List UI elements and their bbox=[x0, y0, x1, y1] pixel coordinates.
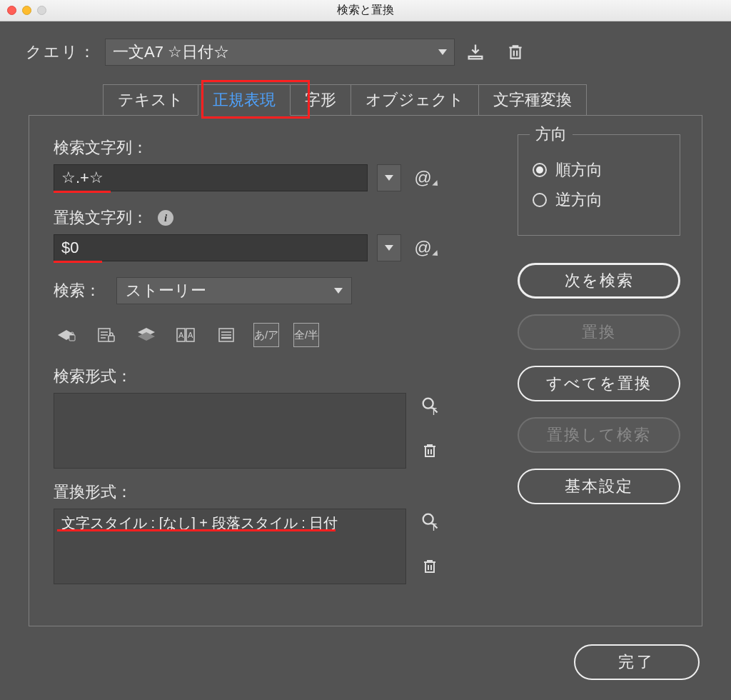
query-label: クエリ： bbox=[26, 41, 96, 63]
replace-label: 置換文字列： bbox=[54, 207, 148, 229]
svg-rect-5 bbox=[109, 336, 114, 341]
chevron-down-icon bbox=[334, 288, 343, 294]
done-button[interactable]: 完了 bbox=[574, 644, 700, 680]
replace-all-button[interactable]: すべてを置換 bbox=[518, 366, 680, 401]
scope-label: 検索： bbox=[54, 280, 101, 301]
action-buttons: 次を検索 置換 すべてを置換 置換して検索 基本設定 bbox=[518, 263, 680, 504]
annotation-underline bbox=[54, 261, 102, 263]
specify-find-format-button[interactable]: T bbox=[418, 393, 442, 417]
svg-text:A: A bbox=[188, 331, 193, 339]
title-bar: 検索と置換 bbox=[0, 0, 731, 21]
chevron-down-icon bbox=[385, 245, 393, 251]
left-column: 検索文字列： @ 置換文字列： i bbox=[54, 137, 475, 597]
save-query-button[interactable] bbox=[463, 40, 488, 64]
find-field-block: 検索文字列： @ bbox=[54, 137, 475, 191]
direction-forward-label: 順方向 bbox=[555, 159, 603, 181]
find-next-button[interactable]: 次を検索 bbox=[518, 263, 680, 299]
replace-format-block: 置換形式： 文字スタイル : [なし] + 段落スタイル : 日付 T bbox=[54, 481, 475, 584]
find-input[interactable] bbox=[54, 164, 368, 191]
basic-settings-button[interactable]: 基本設定 bbox=[518, 469, 680, 504]
chevron-down-icon bbox=[385, 175, 393, 181]
replace-input[interactable] bbox=[54, 234, 368, 261]
find-replace-panel: 検索文字列： @ 置換文字列： i bbox=[29, 115, 702, 626]
info-icon[interactable]: i bbox=[158, 210, 173, 226]
find-special-chars-button[interactable]: @ bbox=[411, 168, 434, 188]
clear-find-format-button[interactable] bbox=[418, 439, 442, 463]
replace-format-value: 文字スタイル : [なし] + 段落スタイル : 日付 bbox=[61, 515, 338, 531]
query-row: クエリ： 一文A7 ☆日付☆ bbox=[26, 39, 705, 66]
hidden-layers-icon[interactable] bbox=[133, 323, 159, 347]
window-title: 検索と置換 bbox=[0, 3, 731, 18]
direction-backward-label: 逆方向 bbox=[555, 189, 603, 211]
right-column: 方向 順方向 逆方向 次を検索 置換 すべてを置換 置換して検索 基本設定 bbox=[518, 137, 680, 597]
kana-sensitive-toggle[interactable]: あ/ア bbox=[253, 323, 279, 347]
delete-query-button[interactable] bbox=[503, 40, 528, 64]
replace-history-button[interactable] bbox=[377, 234, 401, 261]
find-history-button[interactable] bbox=[377, 164, 401, 191]
width-sensitive-toggle[interactable]: 全/半 bbox=[293, 323, 319, 347]
annotation-underline bbox=[54, 191, 111, 193]
direction-forward-radio[interactable]: 順方向 bbox=[533, 159, 665, 181]
direction-legend: 方向 bbox=[530, 124, 573, 145]
find-format-block: 検索形式： T bbox=[54, 366, 475, 469]
footnotes-icon[interactable] bbox=[213, 323, 239, 347]
clear-replace-format-button[interactable] bbox=[418, 554, 442, 579]
query-value: 一文A7 ☆日付☆ bbox=[113, 41, 229, 63]
tab-glyph[interactable]: 字形 bbox=[290, 84, 351, 115]
scope-select[interactable]: ストーリー bbox=[116, 277, 352, 304]
replace-button: 置換 bbox=[518, 314, 680, 350]
tab-object[interactable]: オブジェクト bbox=[351, 84, 479, 115]
svg-text:T: T bbox=[430, 521, 437, 531]
tab-regex[interactable]: 正規表現 bbox=[198, 84, 291, 116]
direction-group: 方向 順方向 逆方向 bbox=[518, 134, 680, 236]
chevron-down-icon bbox=[438, 49, 447, 55]
replace-special-chars-button[interactable]: @ bbox=[411, 238, 434, 258]
replace-format-box[interactable]: 文字スタイル : [なし] + 段落スタイル : 日付 bbox=[54, 509, 406, 584]
tab-text[interactable]: テキスト bbox=[103, 84, 198, 115]
tab-bar: テキスト 正規表現 字形 オブジェクト 文字種変換 bbox=[103, 84, 702, 115]
svg-rect-0 bbox=[69, 335, 75, 341]
replace-field-block: 置換文字列： i @ bbox=[54, 207, 475, 261]
tab-transliterate[interactable]: 文字種変換 bbox=[478, 84, 587, 115]
search-scope-row: 検索： ストーリー bbox=[54, 277, 475, 304]
master-pages-icon[interactable]: AA bbox=[173, 323, 199, 347]
svg-text:T: T bbox=[430, 406, 437, 415]
replace-format-label: 置換形式： bbox=[54, 481, 475, 503]
find-format-label: 検索形式： bbox=[54, 366, 475, 387]
search-options-toolbar: AA あ/ア 全/半 bbox=[54, 323, 475, 347]
query-select[interactable]: 一文A7 ☆日付☆ bbox=[105, 39, 455, 66]
annotation-underline bbox=[57, 529, 336, 531]
svg-text:A: A bbox=[178, 331, 184, 339]
locked-stories-icon[interactable] bbox=[94, 323, 119, 347]
direction-backward-radio[interactable]: 逆方向 bbox=[533, 189, 665, 211]
scope-value: ストーリー bbox=[126, 280, 206, 301]
find-label: 検索文字列： bbox=[54, 137, 475, 159]
specify-replace-format-button[interactable]: T bbox=[418, 509, 442, 533]
replace-find-button: 置換して検索 bbox=[518, 417, 680, 453]
find-format-box[interactable] bbox=[54, 393, 406, 469]
radio-icon bbox=[533, 193, 547, 207]
locked-layers-icon[interactable] bbox=[54, 323, 79, 347]
radio-icon bbox=[533, 163, 547, 177]
